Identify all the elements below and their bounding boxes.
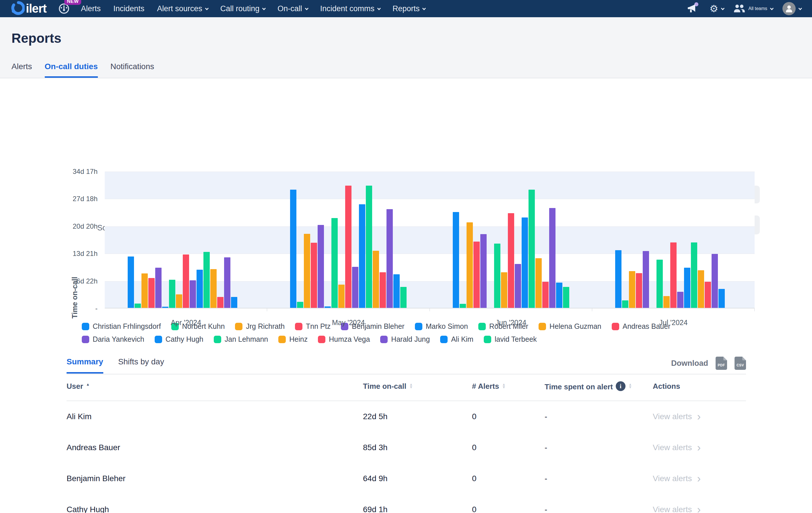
- bar-heinz[interactable]: [535, 258, 542, 308]
- bar-robert-mller[interactable]: [169, 280, 175, 308]
- download-csv-icon[interactable]: CSV: [734, 357, 746, 370]
- bar-humza-vega[interactable]: [380, 272, 386, 308]
- bar-helena-guzman[interactable]: [501, 272, 507, 308]
- bar-humza-vega[interactable]: [542, 282, 549, 308]
- bar-christian-frhlingsdorf[interactable]: [615, 250, 621, 308]
- bar-norbert-kuhn[interactable]: [297, 302, 303, 308]
- bar-cathy-hugh[interactable]: [522, 218, 528, 308]
- bar-andreas-bauer[interactable]: [183, 255, 189, 308]
- bar-daria-yankevich[interactable]: [190, 280, 196, 308]
- bar-robert-mller[interactable]: [331, 218, 338, 308]
- bar-norbert-kuhn[interactable]: [622, 301, 628, 308]
- bar-christian-frhlingsdorf[interactable]: [453, 212, 459, 308]
- nav-item-alert-sources[interactable]: Alert sources: [157, 4, 208, 13]
- nav-item-on-call[interactable]: On-call: [278, 4, 308, 13]
- bar-robert-mller[interactable]: [657, 260, 663, 308]
- bar-heinz[interactable]: [210, 269, 216, 308]
- bar-helena-guzman[interactable]: [176, 294, 182, 308]
- col-header-alerts[interactable]: # Alerts ▲▼: [472, 374, 545, 401]
- bar-ali-kim[interactable]: [719, 289, 725, 308]
- bar-harald-jung[interactable]: [712, 254, 718, 308]
- col-header-time-on-call[interactable]: Time on-call ▲▼: [363, 374, 472, 401]
- bar-cathy-hugh[interactable]: [197, 270, 203, 308]
- bar-helena-guzman[interactable]: [663, 296, 670, 308]
- settings-menu[interactable]: ⚙: [709, 3, 724, 15]
- bar-lavid-terbeek[interactable]: [563, 287, 569, 308]
- bar-jan-lehmann[interactable]: [691, 243, 697, 308]
- bar-ali-kim[interactable]: [231, 297, 237, 308]
- bar-christian-frhlingsdorf[interactable]: [128, 256, 134, 308]
- legend-item-ali-kim[interactable]: Ali Kim: [440, 335, 473, 343]
- nav-item-call-routing[interactable]: Call routing: [220, 4, 265, 13]
- tab-notifications[interactable]: Notifications: [111, 62, 154, 78]
- chevron-down-icon: [423, 6, 426, 10]
- bar-jan-lehmann[interactable]: [366, 186, 372, 308]
- teams-selector[interactable]: All teams: [733, 4, 773, 13]
- bar-heinz[interactable]: [698, 270, 704, 308]
- legend-item-lavid-terbeek[interactable]: lavid Terbeek: [484, 335, 537, 343]
- bar-harald-jung[interactable]: [549, 208, 555, 308]
- legend-swatch: [155, 336, 162, 343]
- tab-on-call-duties[interactable]: On-call duties: [45, 62, 98, 78]
- legend-item-harald-jung[interactable]: Harald Jung: [380, 335, 430, 343]
- legend-item-cathy-hugh[interactable]: Cathy Hugh: [155, 335, 203, 343]
- user-menu[interactable]: [782, 2, 801, 15]
- nav-item-incidents[interactable]: Incidents: [113, 4, 144, 13]
- legend-item-jan-lehmann[interactable]: Jan Lehmann: [214, 335, 268, 343]
- col-header-user[interactable]: User ▲: [66, 374, 363, 401]
- bar-norbert-kuhn[interactable]: [460, 304, 466, 308]
- announcements-icon[interactable]: [687, 1, 700, 16]
- bar-harald-jung[interactable]: [386, 209, 393, 308]
- info-icon[interactable]: i: [616, 381, 626, 391]
- bar-helena-guzman[interactable]: [338, 285, 345, 308]
- bar-marko-simon[interactable]: [324, 307, 331, 308]
- bar-andreas-bauer[interactable]: [670, 243, 676, 308]
- tab-shifts-by-day[interactable]: Shifts by day: [118, 357, 164, 374]
- bar-cathy-hugh[interactable]: [684, 268, 690, 308]
- legend-item-heinz[interactable]: Heinz: [278, 335, 308, 343]
- bar-lavid-terbeek[interactable]: [400, 287, 407, 308]
- nav-item-reports[interactable]: Reports: [393, 4, 425, 13]
- bar-andreas-bauer[interactable]: [508, 213, 514, 308]
- bar-tnn-ptz[interactable]: [473, 241, 480, 308]
- bar-tnn-ptz[interactable]: [148, 278, 155, 308]
- bar-tnn-ptz[interactable]: [311, 243, 317, 308]
- ilert-logo[interactable]: ilert: [11, 1, 47, 16]
- bar-jrg-richrath[interactable]: [141, 274, 148, 308]
- bar-ali-kim[interactable]: [394, 274, 400, 308]
- whats-new-button[interactable]: NEW: [58, 3, 70, 15]
- bar-jan-lehmann[interactable]: [203, 252, 210, 308]
- bar-christian-frhlingsdorf[interactable]: [290, 190, 296, 308]
- bar-andreas-bauer[interactable]: [345, 186, 351, 308]
- bar-humza-vega[interactable]: [217, 297, 224, 308]
- bar-jan-lehmann[interactable]: [528, 190, 535, 308]
- bar-ali-kim[interactable]: [556, 283, 562, 308]
- bar-norbert-kuhn[interactable]: [135, 304, 141, 308]
- bar-tnn-ptz[interactable]: [636, 273, 642, 308]
- bar-daria-yankevich[interactable]: [352, 267, 358, 308]
- bar-harald-jung[interactable]: [224, 257, 230, 308]
- bar-jrg-richrath[interactable]: [467, 222, 473, 308]
- bar-benjamin-bleher[interactable]: [155, 268, 162, 308]
- bar-heinz[interactable]: [373, 251, 379, 308]
- bar-robert-mller[interactable]: [494, 244, 500, 308]
- bar-benjamin-bleher[interactable]: [318, 225, 324, 308]
- legend-item-daria-yankevich[interactable]: Daria Yankevich: [82, 335, 144, 343]
- bar-daria-yankevich[interactable]: [677, 292, 684, 308]
- bar-humza-vega[interactable]: [705, 282, 711, 308]
- tab-summary[interactable]: Summary: [66, 357, 103, 374]
- bar-jrg-richrath[interactable]: [629, 271, 635, 308]
- nav-item-incident-comms[interactable]: Incident comms: [320, 4, 380, 13]
- bar-jrg-richrath[interactable]: [304, 234, 310, 308]
- bar-cathy-hugh[interactable]: [359, 204, 365, 308]
- download-pdf-icon[interactable]: PDF: [716, 357, 727, 370]
- legend-item-humza-vega[interactable]: Humza Vega: [318, 335, 370, 343]
- bar-marko-simon[interactable]: [162, 307, 168, 308]
- legend-swatch: [380, 336, 388, 343]
- tab-alerts[interactable]: Alerts: [11, 62, 32, 78]
- bar-benjamin-bleher[interactable]: [480, 234, 487, 308]
- bar-benjamin-bleher[interactable]: [643, 251, 649, 308]
- bar-daria-yankevich[interactable]: [515, 264, 521, 308]
- col-header-time-spent[interactable]: Time spent on alert i ▲▼: [545, 374, 653, 401]
- nav-item-alerts[interactable]: Alerts: [81, 4, 101, 13]
